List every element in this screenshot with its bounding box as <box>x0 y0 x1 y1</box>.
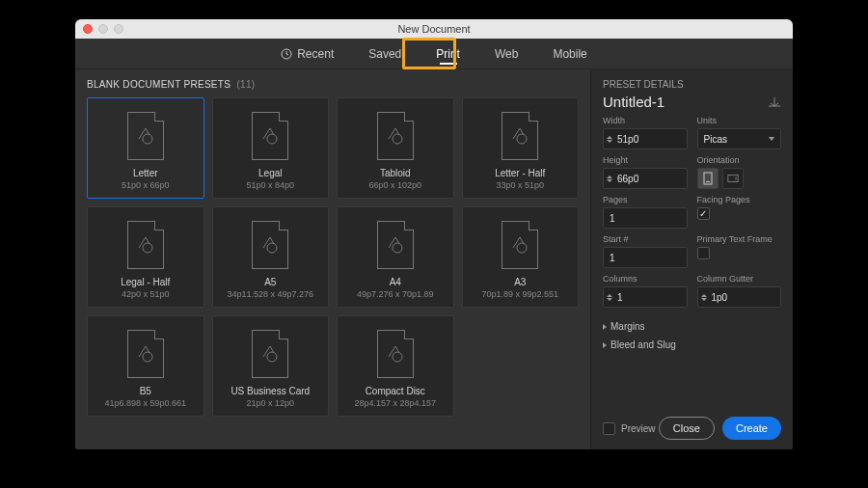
tab-recent[interactable]: Recent <box>281 41 334 68</box>
preview-checkbox[interactable] <box>603 422 615 435</box>
primary-text-frame-label: Primary Text Frame <box>697 234 782 244</box>
svg-rect-15 <box>735 176 736 179</box>
page-fold-icon <box>529 112 538 122</box>
svg-point-3 <box>393 134 402 144</box>
preset-dimensions: 66p0 x 102p0 <box>368 180 421 190</box>
preset-card[interactable]: Letter - Half33p0 x 51p0 <box>462 97 580 199</box>
gutter-field[interactable]: 1p0 <box>697 286 782 308</box>
page-fold-icon <box>279 112 288 122</box>
tab-mobile[interactable]: Mobile <box>553 41 586 68</box>
document-shapes-icon <box>385 234 406 256</box>
document-shapes-icon <box>385 125 406 147</box>
preset-thumb <box>252 330 288 378</box>
document-shapes-icon <box>259 125 281 147</box>
preset-dimensions: 41p6.898 x 59p0.661 <box>104 398 186 408</box>
orientation-portrait-button[interactable] <box>697 168 719 189</box>
primary-text-frame-checkbox[interactable] <box>697 247 710 259</box>
preset-dimensions: 28p4.157 x 28p4.157 <box>354 398 436 408</box>
facing-pages-checkbox[interactable] <box>697 207 710 220</box>
preset-name: Letter - Half <box>495 168 545 178</box>
presets-panel: BLANK DOCUMENT PRESETS (11) Letter51p0 x… <box>75 69 590 449</box>
preset-card[interactable]: A449p7.276 x 70p1.89 <box>337 206 454 308</box>
preset-name: Tabloid <box>380 168 411 178</box>
bleed-slug-expander[interactable]: Bleed and Slug <box>603 339 781 350</box>
units-value: Picas <box>704 134 727 145</box>
preset-dimensions: 33p0 x 51p0 <box>496 180 544 190</box>
clock-icon <box>281 48 292 60</box>
page-fold-icon <box>404 330 414 339</box>
pages-label: Pages <box>603 195 688 204</box>
tab-web-label: Web <box>495 47 518 61</box>
margins-expander[interactable]: Margins <box>603 321 781 332</box>
document-shapes-icon <box>259 234 281 256</box>
orientation-label: Orientation <box>697 155 782 165</box>
preset-thumb <box>252 112 288 160</box>
bleed-slug-label: Bleed and Slug <box>610 339 676 350</box>
preset-name: A5 <box>264 277 276 287</box>
svg-point-6 <box>267 243 277 253</box>
tab-saved[interactable]: Saved <box>368 41 401 68</box>
preset-thumb <box>377 112 414 160</box>
create-button[interactable]: Create <box>722 417 781 440</box>
tab-mobile-label: Mobile <box>553 47 586 61</box>
start-number-field[interactable]: 1 <box>603 247 688 268</box>
document-name-row: Untitled-1 <box>603 94 781 110</box>
preset-card[interactable]: Legal51p0 x 84p0 <box>212 97 330 199</box>
page-fold-icon <box>529 221 538 230</box>
svg-point-8 <box>517 243 527 253</box>
chevron-right-icon <box>603 342 607 348</box>
page-fold-icon <box>404 112 414 122</box>
page-fold-icon <box>279 330 288 339</box>
orientation-landscape-button[interactable] <box>722 168 744 189</box>
presets-grid: Letter51p0 x 66p0Legal51p0 x 84p0Tabloid… <box>87 97 579 417</box>
preset-name: Compact Disc <box>366 386 425 396</box>
preset-name: Legal <box>258 168 282 178</box>
start-number-label: Start # <box>603 234 688 244</box>
preset-card[interactable]: A534p11.528 x 49p7.276 <box>212 206 330 308</box>
pages-field[interactable]: 1 <box>603 207 688 229</box>
preview-label: Preview <box>621 423 656 434</box>
preset-name: A4 <box>390 277 401 287</box>
tab-web[interactable]: Web <box>495 41 518 68</box>
units-select[interactable]: Picas <box>697 128 782 149</box>
tutorial-highlight <box>402 38 456 69</box>
preset-card[interactable]: Tabloid66p0 x 102p0 <box>337 97 454 199</box>
stepper-arrows-icon[interactable] <box>701 294 707 301</box>
preset-card[interactable]: Compact Disc28p4.157 x 28p4.157 <box>337 315 454 417</box>
chevron-right-icon <box>603 324 607 330</box>
svg-point-4 <box>517 134 527 144</box>
document-shapes-icon <box>135 234 156 256</box>
columns-value: 1 <box>617 292 623 303</box>
preset-card[interactable]: US Business Card21p0 x 12p0 <box>212 315 330 417</box>
preset-dimensions: 51p0 x 66p0 <box>122 180 170 190</box>
facing-pages-label: Facing Pages <box>697 195 782 204</box>
width-label: Width <box>603 116 688 125</box>
window-title: New Document <box>75 23 793 35</box>
height-field[interactable]: 66p0 <box>603 168 688 189</box>
document-shapes-icon <box>259 343 281 365</box>
preset-thumb <box>377 221 414 269</box>
close-button[interactable]: Close <box>659 417 715 440</box>
columns-field[interactable]: 1 <box>603 286 688 308</box>
stepper-arrows-icon[interactable] <box>607 176 612 182</box>
page-fold-icon <box>154 112 164 122</box>
preset-card[interactable]: B541p6.898 x 59p0.661 <box>87 315 204 417</box>
preset-name: Letter <box>133 168 158 178</box>
chevron-down-icon <box>769 137 774 141</box>
preset-thumb <box>252 221 288 269</box>
page-fold-icon <box>404 221 414 230</box>
stepper-arrows-icon[interactable] <box>607 136 612 143</box>
width-value: 51p0 <box>617 134 638 145</box>
page-fold-icon <box>279 221 288 230</box>
width-field[interactable]: 51p0 <box>603 128 688 149</box>
preset-name: B5 <box>140 386 151 396</box>
preset-dimensions: 70p1.89 x 99p2.551 <box>481 289 558 299</box>
stepper-arrows-icon[interactable] <box>607 294 612 301</box>
preset-card[interactable]: Letter51p0 x 66p0 <box>87 97 204 199</box>
preview-toggle[interactable]: Preview <box>603 422 656 435</box>
preset-card[interactable]: Legal - Half42p0 x 51p0 <box>87 206 204 308</box>
document-shapes-icon <box>385 343 406 365</box>
preset-card[interactable]: A370p1.89 x 99p2.551 <box>462 206 580 308</box>
document-name[interactable]: Untitled-1 <box>603 94 665 110</box>
download-preset-icon[interactable] <box>768 97 781 107</box>
